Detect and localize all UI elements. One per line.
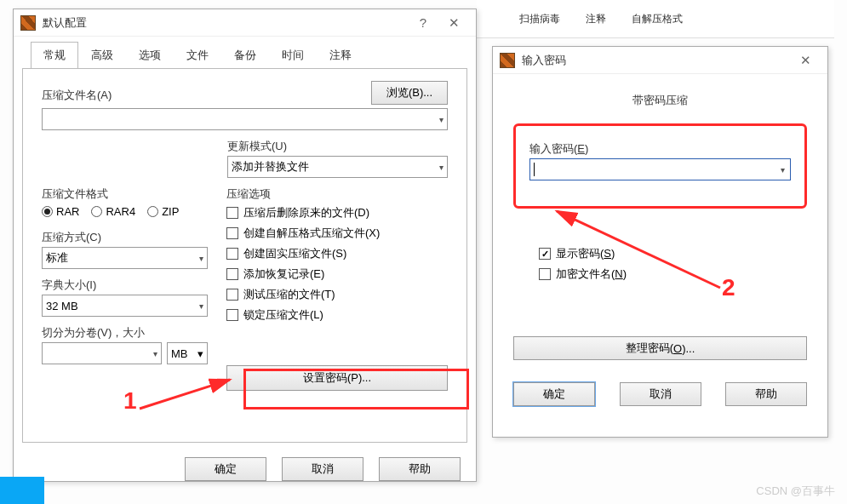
format-zip[interactable]: ZIP (147, 205, 179, 218)
dialog-title: 输入密码 (522, 53, 790, 68)
opt-test[interactable]: 测试压缩的文件(T) (226, 287, 448, 302)
winrar-icon (500, 53, 515, 68)
dialog-buttons: 确定 取消 帮助 (493, 372, 827, 416)
show-password-checkbox[interactable]: 显示密码(S) (539, 246, 807, 261)
dialog-title: 默认配置 (43, 15, 408, 31)
opt-sfx[interactable]: 创建自解压格式压缩文件(X) (226, 226, 448, 241)
dict-label: 字典大小(I) (42, 278, 208, 293)
format-label: 压缩文件格式 (42, 186, 208, 202)
password-input[interactable]: ▾ (529, 158, 791, 180)
set-password-button[interactable]: 设置密码(P)... (226, 365, 448, 391)
opt-recovery[interactable]: 添加恢复记录(E) (226, 266, 448, 282)
tab-comment[interactable]: 注释 (317, 42, 364, 69)
help-button[interactable]: 帮助 (725, 382, 807, 406)
dialog-buttons: 确定 取消 帮助 (14, 450, 476, 491)
format-rar4[interactable]: RAR4 (91, 205, 135, 218)
archive-name-label: 压缩文件名(A) (42, 88, 363, 103)
text-cursor (534, 163, 535, 176)
dict-select[interactable]: 32 MB▾ (42, 295, 208, 317)
chevron-down-icon: ▾ (781, 165, 785, 175)
toolbar-comment[interactable]: 注释 (586, 12, 606, 26)
chevron-down-icon: ▾ (439, 163, 444, 172)
tab-time[interactable]: 时间 (269, 42, 317, 69)
encrypt-names-checkbox[interactable]: 加密文件名(N) (539, 266, 807, 282)
opt-lock[interactable]: 锁定压缩文件(L) (226, 307, 448, 323)
help-button[interactable]: ? (408, 13, 438, 33)
tab-options[interactable]: 选项 (126, 42, 174, 69)
tab-general[interactable]: 常规 (31, 42, 78, 69)
format-rar[interactable]: RAR (42, 205, 79, 218)
opt-solid[interactable]: 创建固实压缩文件(S) (226, 246, 448, 261)
tab-content: 压缩文件名(A) 浏览(B)... ▾ 更新模式(U) 添加并替换文件▾ 压缩文… (22, 68, 467, 443)
chevron-down-icon: ▾ (197, 347, 203, 360)
titlebar: 输入密码 ✕ (493, 47, 827, 74)
taskbar-fragment (0, 477, 44, 504)
ok-button[interactable]: 确定 (513, 382, 595, 406)
ok-button[interactable]: 确定 (185, 457, 266, 481)
close-button[interactable]: ✕ (790, 50, 821, 71)
cancel-button[interactable]: 取消 (620, 382, 701, 406)
chevron-down-icon: ▾ (439, 115, 444, 124)
tab-advanced[interactable]: 高级 (78, 42, 126, 69)
tabs: 常规 高级 选项 文件 备份 时间 注释 (14, 37, 476, 69)
chevron-down-icon: ▾ (199, 301, 203, 311)
tab-backup[interactable]: 备份 (221, 42, 269, 69)
update-mode-label: 更新模式(U) (227, 139, 448, 154)
chevron-down-icon: ▾ (153, 349, 157, 358)
method-select[interactable]: 标准▾ (42, 247, 208, 269)
update-mode-select[interactable]: 添加并替换文件▾ (227, 156, 448, 178)
annotation-number-1: 1 (123, 387, 137, 415)
winrar-icon (20, 15, 36, 31)
opts-label: 压缩选项 (226, 186, 448, 202)
close-button[interactable]: ✕ (438, 13, 469, 33)
split-size-input[interactable]: ▾ (42, 342, 162, 364)
toolbar-scan[interactable]: 扫描病毒 (519, 12, 560, 26)
chevron-down-icon: ▾ (199, 254, 203, 263)
annotation-number-2: 2 (722, 274, 735, 301)
split-unit-select[interactable]: MB▾ (167, 342, 208, 364)
help-button[interactable]: 帮助 (379, 457, 461, 481)
dialog-subtitle: 带密码压缩 (513, 93, 807, 108)
annotation-box-2: 输入密码(E) ▾ (513, 123, 807, 209)
watermark: CSDN @百事牛 (756, 484, 835, 499)
enter-password-label: 输入密码(E) (529, 141, 791, 157)
app-toolbar: 扫描病毒 注释 自解压格式 (477, 0, 834, 38)
split-label: 切分为分卷(V)，大小 (42, 325, 208, 341)
opt-delete-after[interactable]: 压缩后删除原来的文件(D) (226, 205, 448, 220)
cancel-button[interactable]: 取消 (282, 457, 363, 481)
organize-passwords-button[interactable]: 整理密码(O)... (513, 336, 807, 360)
toolbar-sfx[interactable]: 自解压格式 (632, 12, 683, 26)
format-radios: RAR RAR4 ZIP (42, 205, 208, 218)
method-label: 压缩方式(C) (42, 230, 208, 245)
tab-files[interactable]: 文件 (174, 42, 221, 69)
enter-password-dialog: 输入密码 ✕ 带密码压缩 输入密码(E) ▾ 显示密码(S) 加密文件名(N) … (492, 46, 828, 438)
default-config-dialog: 默认配置 ? ✕ 常规 高级 选项 文件 备份 时间 注释 压缩文件名(A) 浏… (13, 9, 477, 482)
browse-button[interactable]: 浏览(B)... (371, 81, 448, 105)
titlebar: 默认配置 ? ✕ (14, 9, 476, 37)
archive-name-input[interactable]: ▾ (42, 108, 448, 130)
